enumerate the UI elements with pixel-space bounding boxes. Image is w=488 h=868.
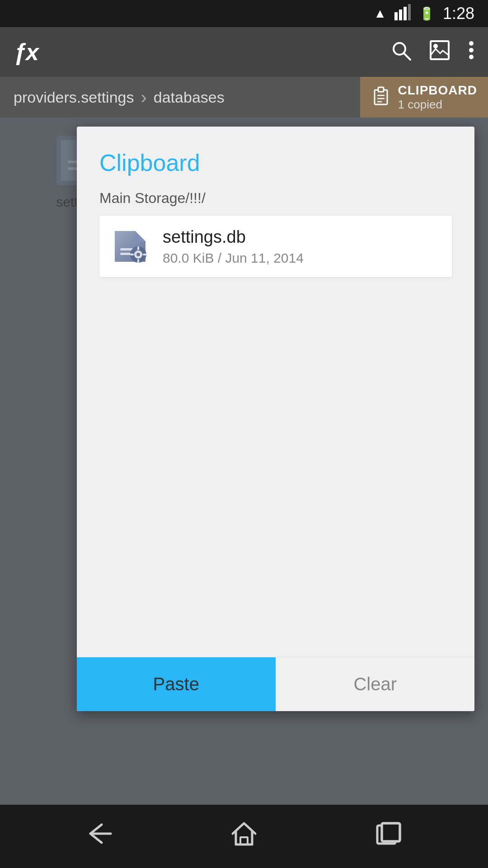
home-button[interactable] (230, 821, 258, 852)
toolbar-actions (390, 40, 474, 65)
svg-rect-28 (137, 246, 139, 250)
clipboard-dialog: Clipboard Main Storage/!!!/ (77, 127, 474, 711)
file-info: settings.db 80.0 KiB / Jun 11, 2014 (163, 227, 304, 266)
svg-line-5 (404, 53, 410, 60)
breadcrumb-path: providers.settings › databases (9, 87, 360, 108)
svg-marker-22 (135, 231, 145, 241)
file-icon-wrapper (110, 226, 150, 266)
file-db-icon (110, 226, 150, 266)
svg-point-10 (469, 55, 474, 59)
image-icon[interactable] (429, 40, 450, 65)
status-bar: ▲ 🔋 1:28 (0, 0, 488, 27)
paste-button[interactable]: Paste (77, 657, 276, 711)
file-meta: 80.0 KiB / Jun 11, 2014 (163, 250, 304, 266)
status-time: 1:28 (443, 4, 474, 23)
nav-bar (0, 805, 488, 868)
svg-point-27 (136, 253, 140, 256)
signal-icon (394, 4, 411, 24)
dialog-content: Clipboard Main Storage/!!!/ (77, 127, 474, 657)
svg-rect-12 (378, 87, 384, 92)
breadcrumb-providers-settings[interactable]: providers.settings (9, 89, 138, 106)
breadcrumb-bar: providers.settings › databases CLIPBOARD… (0, 77, 488, 118)
wifi-icon: ▲ (374, 6, 386, 21)
toolbar: ƒx (0, 27, 488, 77)
clipboard-badge-title: CLIPBOARD (398, 83, 477, 98)
svg-point-7 (433, 44, 438, 48)
svg-rect-35 (382, 823, 400, 841)
svg-rect-2 (404, 7, 407, 20)
svg-rect-29 (137, 259, 139, 263)
svg-point-8 (469, 41, 474, 46)
svg-rect-1 (399, 9, 402, 20)
file-name: settings.db (163, 227, 304, 247)
recents-button[interactable] (375, 821, 402, 852)
breadcrumb-databases[interactable]: databases (149, 89, 229, 106)
breadcrumb-chevron: › (141, 87, 146, 108)
status-icons: ▲ 🔋 1:28 (374, 4, 474, 24)
clipboard-item[interactable]: settings.db 80.0 KiB / Jun 11, 2014 (99, 216, 452, 277)
svg-rect-31 (143, 254, 146, 255)
svg-rect-0 (394, 12, 398, 20)
more-options-icon[interactable] (468, 40, 474, 64)
svg-rect-3 (408, 4, 411, 20)
battery-icon: 🔋 (419, 6, 435, 21)
svg-rect-30 (130, 254, 134, 255)
clipboard-badge[interactable]: CLIPBOARD 1 copied (360, 77, 488, 118)
dialog-buttons: Paste Clear (77, 657, 474, 711)
dialog-title: Clipboard (99, 149, 452, 176)
dialog-spacer (99, 277, 452, 639)
dialog-path: Main Storage/!!!/ (99, 190, 452, 207)
clear-button[interactable]: Clear (276, 657, 475, 711)
clipboard-badge-text: CLIPBOARD 1 copied (398, 83, 477, 112)
search-icon[interactable] (390, 40, 411, 65)
clipboard-badge-icon (371, 85, 391, 109)
svg-rect-6 (431, 41, 449, 59)
back-button[interactable] (86, 822, 113, 851)
svg-point-9 (469, 48, 474, 52)
clipboard-badge-count: 1 copied (398, 98, 477, 112)
app-logo: ƒx (14, 38, 381, 66)
